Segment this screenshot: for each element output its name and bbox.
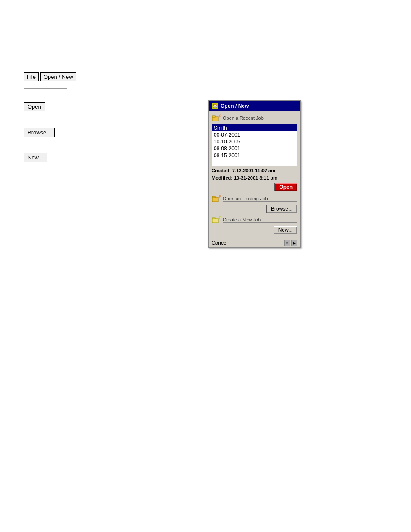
svg-point-11 xyxy=(219,216,221,218)
open-button-row: Open xyxy=(212,183,297,191)
browse-separator xyxy=(65,134,80,134)
recent-folder-icon xyxy=(212,113,221,123)
new-folder-icon xyxy=(212,215,221,224)
dialog-title-icon: 🏠 xyxy=(212,103,218,109)
list-item[interactable]: Smith xyxy=(212,124,297,131)
dialog-browse-button[interactable]: Browse... xyxy=(266,205,297,213)
modified-info: Modified: 10-31-2001 3:11 pm xyxy=(212,175,297,180)
existing-section-header: Open an Existing Job xyxy=(212,194,297,203)
list-item[interactable]: 08-15-2001 xyxy=(212,152,297,159)
browse-section: Open an Existing Job Browse... xyxy=(212,194,297,213)
dialog-body: Open a Recent Job Smith 00-07-2001 10-10… xyxy=(209,111,300,239)
dialog-title-bar: 🏠 Open / New xyxy=(209,101,300,111)
svg-rect-5 xyxy=(212,196,215,198)
dialog-title: Open / New xyxy=(221,103,249,109)
svg-point-3 xyxy=(219,115,221,116)
cancel-button[interactable]: Cancel xyxy=(212,240,227,246)
existing-folder-icon xyxy=(212,194,221,203)
list-item[interactable]: 00-07-2001 xyxy=(212,131,297,138)
modified-value: 10-31-2001 3:11 pm xyxy=(234,175,277,180)
recent-job-list[interactable]: Smith 00-07-2001 10-10-2005 08-08-2001 0… xyxy=(212,124,297,166)
pencil-icon: ✏ xyxy=(284,240,290,246)
new-section-label: Create a New Job xyxy=(223,217,297,223)
footer-icons: ✏ ▶ xyxy=(284,240,297,246)
browse-button-row: Browse... xyxy=(212,205,297,213)
arrow-icon: ▶ xyxy=(291,240,297,246)
list-item[interactable]: 08-08-2001 xyxy=(212,145,297,152)
existing-section-label: Open an Existing Job xyxy=(223,196,297,202)
recent-section-header: Open a Recent Job xyxy=(212,113,297,123)
dialog-new-button[interactable]: New... xyxy=(274,226,297,234)
file-menu[interactable]: File xyxy=(24,72,39,81)
svg-rect-9 xyxy=(212,218,215,219)
created-value: 7-12-2001 11:07 am xyxy=(232,168,275,173)
svg-point-7 xyxy=(219,195,221,197)
recent-section-label: Open a Recent Job xyxy=(223,115,297,121)
open-button[interactable]: Open xyxy=(24,102,45,111)
created-label: Created: xyxy=(212,168,231,173)
open-new-dialog: 🏠 Open / New Open a Recent Job Smith 00-… xyxy=(208,100,301,248)
new-section: Create a New Job New... xyxy=(212,215,297,234)
new-section-header: Create a New Job xyxy=(212,215,297,224)
menu-separator xyxy=(24,88,67,89)
new-separator xyxy=(56,159,67,159)
list-item[interactable]: 10-10-2005 xyxy=(212,138,297,145)
browse-button[interactable]: Browse... xyxy=(24,128,55,137)
new-button-row: New... xyxy=(212,226,297,234)
new-button[interactable]: New... xyxy=(24,153,47,162)
dialog-footer: Cancel ✏ ▶ xyxy=(209,239,300,247)
open-new-menu[interactable]: Open / New xyxy=(40,72,76,81)
dialog-open-button[interactable]: Open xyxy=(274,183,297,191)
svg-rect-1 xyxy=(212,116,215,117)
modified-label: Modified: xyxy=(212,175,233,180)
created-info: Created: 7-12-2001 11:07 am xyxy=(212,168,297,173)
